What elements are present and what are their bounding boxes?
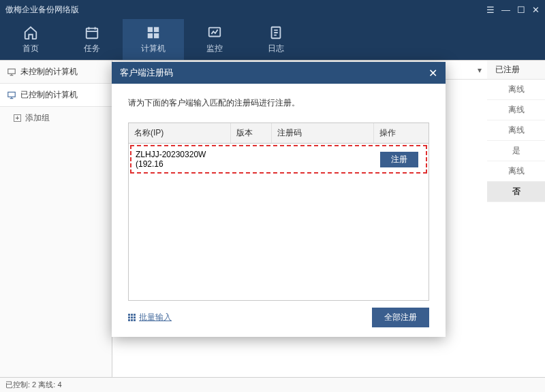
register-button[interactable]: 注册 <box>380 152 418 167</box>
grid-icon <box>128 314 136 322</box>
right-header-label: 已注册 <box>495 64 520 76</box>
col-version: 版本 <box>231 123 272 143</box>
nav-logs-label: 日志 <box>268 43 284 54</box>
nav-monitor[interactable]: 监控 <box>184 19 245 60</box>
nav-tasks-label: 任务 <box>84 43 100 54</box>
sidebar-add-group[interactable]: + 添加组 <box>0 107 112 129</box>
col-name: 名称(IP) <box>129 123 231 143</box>
right-column: 已注册 离线 离线 离线 是 离线 否 <box>487 61 545 377</box>
modal-footer: 批量输入 全部注册 <box>128 301 429 327</box>
svg-rect-11 <box>134 314 136 316</box>
svg-rect-16 <box>131 319 133 321</box>
minimize-icon[interactable]: — <box>501 5 510 15</box>
list-item[interactable]: 离线 <box>487 161 545 182</box>
calendar-icon <box>84 25 99 40</box>
svg-rect-0 <box>87 28 98 38</box>
cell: 离线 <box>508 104 525 116</box>
sidebar-add-group-label: 添加组 <box>25 112 50 124</box>
list-item[interactable]: 离线 <box>487 120 545 141</box>
list-item[interactable]: 是 <box>487 141 545 161</box>
home-icon <box>23 25 38 40</box>
cell-regcode[interactable] <box>272 146 373 172</box>
sidebar-controlled[interactable]: 已控制的计算机 <box>0 84 112 107</box>
table-row: ZLHJJ-20230320W (192.16 注册 <box>130 145 427 174</box>
svg-rect-17 <box>134 319 136 321</box>
cell: 离线 <box>508 165 525 177</box>
log-icon <box>268 25 283 40</box>
cell: 是 <box>512 145 520 157</box>
cell: 离线 <box>508 125 525 136</box>
modal-header: 客户端注册码 ✕ <box>112 62 446 84</box>
cell: 离线 <box>508 84 525 95</box>
svg-rect-10 <box>131 314 133 316</box>
windows-icon <box>146 25 161 40</box>
close-icon[interactable]: ✕ <box>532 5 540 15</box>
cell-version <box>232 146 272 172</box>
nav-computers[interactable]: 计算机 <box>123 19 184 60</box>
svg-rect-8 <box>8 92 16 97</box>
svg-rect-14 <box>134 316 136 318</box>
monitor-icon <box>207 25 222 40</box>
dropdown-icon[interactable]: ▾ <box>478 65 482 75</box>
sidebar-uncontrolled-label: 未控制的计算机 <box>20 66 78 78</box>
main-toolbar: 首页 任务 计算机 监控 日志 <box>0 19 545 60</box>
batch-input-link[interactable]: 批量输入 <box>128 312 172 323</box>
right-list: 离线 离线 离线 是 离线 否 <box>487 80 545 202</box>
statusbar: 已控制: 2 离线: 4 <box>0 377 545 392</box>
col-action: 操作 <box>374 123 429 143</box>
svg-rect-9 <box>128 314 130 316</box>
status-text: 已控制: 2 离线: 4 <box>5 380 62 390</box>
list-item[interactable]: 离线 <box>487 100 545 120</box>
titlebar: 傲梅企业备份网络版 ☰ — ☐ ✕ <box>0 0 545 19</box>
plus-icon: + <box>14 114 21 122</box>
svg-rect-12 <box>128 316 130 318</box>
col-regcode: 注册码 <box>272 123 374 143</box>
svg-rect-4 <box>154 33 159 37</box>
right-header: 已注册 <box>487 61 545 80</box>
list-item[interactable]: 否 <box>487 182 545 202</box>
pc-icon <box>7 91 16 100</box>
table-head: 名称(IP) 版本 注册码 操作 <box>129 123 429 144</box>
modal-title: 客户端注册码 <box>120 67 173 79</box>
svg-rect-15 <box>128 319 130 321</box>
window-controls: ☰ — ☐ ✕ <box>486 5 540 15</box>
list-icon[interactable]: ☰ <box>486 5 495 15</box>
sidebar-uncontrolled[interactable]: 未控制的计算机 <box>0 61 112 84</box>
table-body: ZLHJJ-20230320W (192.16 注册 <box>129 144 429 300</box>
nav-monitor-label: 监控 <box>206 43 223 54</box>
svg-rect-13 <box>131 316 133 318</box>
nav-logs[interactable]: 日志 <box>245 19 307 60</box>
batch-input-label: 批量输入 <box>139 312 172 323</box>
cell-name: ZLHJJ-20230320W (192.16 <box>131 146 232 172</box>
pc-icon <box>7 67 16 77</box>
register-modal: 客户端注册码 ✕ 请为下面的客户端输入匹配的注册码进行注册。 名称(IP) 版本… <box>112 62 446 337</box>
modal-table: 名称(IP) 版本 注册码 操作 ZLHJJ-20230320W (192.16… <box>128 122 429 301</box>
cell-action: 注册 <box>373 146 426 172</box>
modal-body: 请为下面的客户端输入匹配的注册码进行注册。 名称(IP) 版本 注册码 操作 Z… <box>112 84 446 337</box>
nav-tasks[interactable]: 任务 <box>61 19 123 60</box>
modal-description: 请为下面的客户端输入匹配的注册码进行注册。 <box>128 97 429 109</box>
svg-rect-3 <box>148 33 153 37</box>
svg-rect-7 <box>8 69 16 74</box>
nav-home-label: 首页 <box>22 43 39 54</box>
sidebar: 未控制的计算机 已控制的计算机 + 添加组 <box>0 61 112 377</box>
close-icon[interactable]: ✕ <box>429 67 437 80</box>
nav-computers-label: 计算机 <box>141 43 166 54</box>
register-all-button[interactable]: 全部注册 <box>372 308 429 327</box>
nav-home[interactable]: 首页 <box>0 19 61 60</box>
svg-rect-2 <box>154 27 159 31</box>
app-title: 傲梅企业备份网络版 <box>5 4 79 16</box>
cell: 否 <box>512 186 520 197</box>
maximize-icon[interactable]: ☐ <box>517 5 525 15</box>
sidebar-controlled-label: 已控制的计算机 <box>20 89 78 101</box>
svg-rect-1 <box>148 27 153 31</box>
list-item[interactable]: 离线 <box>487 80 545 100</box>
